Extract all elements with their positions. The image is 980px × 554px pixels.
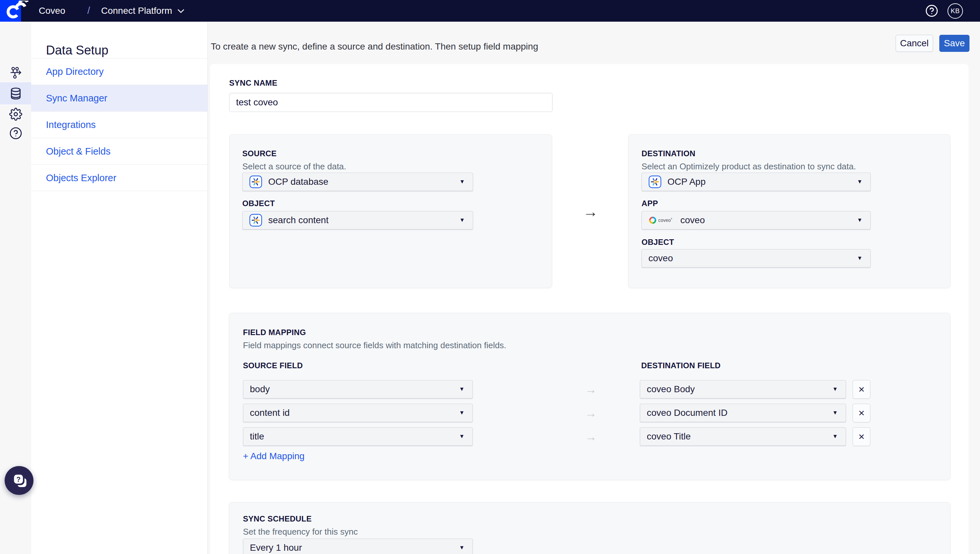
sync-name-label: SYNC NAME bbox=[229, 78, 277, 88]
add-mapping-link[interactable]: + Add Mapping bbox=[243, 451, 305, 462]
destination-description: Select an Optimizely product as destinat… bbox=[642, 161, 856, 172]
field-mapping-label: FIELD MAPPING bbox=[243, 328, 306, 337]
field-mapping-card: FIELD MAPPING Field mappings connect sou… bbox=[229, 313, 950, 480]
help-chat-fab[interactable]: ? bbox=[5, 466, 33, 495]
destination-app-select[interactable]: coveo˚ coveo ▼ bbox=[642, 211, 871, 229]
avatar[interactable]: KB bbox=[948, 3, 963, 19]
rail-item-settings[interactable] bbox=[0, 104, 31, 124]
mapping-row-1-destination-select[interactable]: coveo Body ▼ bbox=[640, 380, 846, 398]
optimizely-logo[interactable] bbox=[0, 0, 21, 22]
sync-form-panel: SYNC NAME SOURCE Select a source of the … bbox=[210, 64, 969, 554]
sync-frequency-select[interactable]: Every 1 hour ▼ bbox=[243, 538, 473, 554]
source-field-column-header: SOURCE FIELD bbox=[243, 361, 303, 370]
source-label: SOURCE bbox=[242, 149, 276, 158]
source-select[interactable]: OCP database ▼ bbox=[242, 173, 473, 191]
destination-object-select-value: coveo bbox=[649, 253, 673, 264]
chevron-down-icon: ▼ bbox=[459, 409, 465, 416]
sidebar-item-objects-explorer[interactable]: Objects Explorer bbox=[31, 164, 207, 191]
source-object-label: OBJECT bbox=[242, 199, 275, 208]
chevron-down-icon: ▼ bbox=[459, 433, 465, 440]
sync-frequency-select-value: Every 1 hour bbox=[250, 543, 302, 553]
mapping-row-2-destination-select[interactable]: coveo Document ID ▼ bbox=[640, 404, 846, 422]
destination-label: DESTINATION bbox=[642, 149, 695, 158]
breadcrumb-platform-label: Connect Platform bbox=[101, 6, 172, 16]
source-object-select-value: search content bbox=[268, 215, 329, 226]
destination-object-select[interactable]: coveo ▼ bbox=[642, 249, 871, 267]
breadcrumb-platform-menu[interactable]: Connect Platform bbox=[101, 0, 185, 22]
svg-text:?: ? bbox=[16, 476, 21, 484]
chevron-down-icon: ▼ bbox=[832, 433, 838, 440]
source-object-select[interactable]: search content ▼ bbox=[242, 211, 473, 229]
source-description: Select a source of the data. bbox=[242, 161, 346, 172]
destination-app-select-value: coveo bbox=[680, 215, 705, 226]
page-title: Data Setup bbox=[46, 43, 108, 57]
chevron-down-icon: ▼ bbox=[832, 409, 838, 416]
mapping-row-1-remove-button[interactable]: × bbox=[853, 380, 870, 399]
rail-item-flows[interactable] bbox=[0, 63, 31, 83]
chevron-down-icon: ▼ bbox=[459, 386, 465, 393]
field-mapping-description: Field mappings connect source fields wit… bbox=[243, 340, 506, 350]
mapping-row-3-remove-button[interactable]: × bbox=[853, 427, 870, 446]
sidebar-item-sync-manager[interactable]: Sync Manager bbox=[31, 85, 207, 111]
ocp-logo-icon bbox=[649, 175, 661, 188]
avatar-initials: KB bbox=[951, 7, 960, 15]
destination-product-select-value: OCP App bbox=[668, 177, 706, 187]
sidebar-item-app-directory[interactable]: App Directory bbox=[31, 58, 207, 85]
source-to-destination-arrow-icon: → bbox=[581, 202, 601, 221]
main-content: To create a new sync, define a source an… bbox=[208, 22, 980, 554]
flow-icon bbox=[9, 66, 23, 80]
mapping-row-1-source-select[interactable]: body ▼ bbox=[243, 380, 473, 398]
question-circle-icon bbox=[9, 127, 22, 140]
sidebar: Data Setup App Directory Sync Manager In… bbox=[31, 22, 208, 554]
chevron-down-icon bbox=[177, 9, 185, 13]
sidebar-item-object-fields[interactable]: Object & Fields bbox=[31, 138, 207, 164]
sync-schedule-label: SYNC SCHEDULE bbox=[243, 514, 312, 524]
chevron-down-icon: ▼ bbox=[459, 544, 465, 551]
rail-item-help[interactable] bbox=[0, 123, 31, 143]
destination-object-label: OBJECT bbox=[642, 237, 674, 247]
chevron-down-icon: ▼ bbox=[857, 255, 862, 261]
mapping-row-3-arrow-icon: → bbox=[581, 427, 601, 446]
chevron-down-icon: ▼ bbox=[459, 217, 465, 223]
coveo-logo-icon: coveo˚ bbox=[649, 216, 672, 224]
breadcrumb-brand[interactable]: Coveo bbox=[39, 0, 65, 22]
ocp-logo-icon bbox=[249, 175, 262, 188]
database-icon bbox=[9, 87, 23, 100]
sync-schedule-description: Set the frequency for this sync bbox=[243, 527, 358, 537]
destination-product-select[interactable]: OCP App ▼ bbox=[642, 173, 871, 191]
save-button[interactable]: Save bbox=[939, 35, 969, 52]
sidebar-nav: App Directory Sync Manager Integrations … bbox=[31, 58, 207, 191]
optimizely-logo-icon bbox=[3, 1, 29, 21]
mapping-row-3-source-select[interactable]: title ▼ bbox=[243, 427, 473, 446]
destination-field-column-header: DESTINATION FIELD bbox=[641, 361, 721, 370]
destination-app-label: APP bbox=[642, 199, 658, 208]
mapping-row-1-arrow-icon: → bbox=[581, 380, 601, 399]
sidebar-item-integrations[interactable]: Integrations bbox=[31, 111, 207, 138]
coveo-wordmark: coveo˚ bbox=[658, 218, 672, 223]
source-select-value: OCP database bbox=[268, 177, 328, 187]
chat-question-icon: ? bbox=[11, 472, 27, 489]
gear-icon bbox=[9, 108, 22, 121]
help-icon[interactable] bbox=[925, 4, 938, 18]
mapping-row-2-arrow-icon: → bbox=[581, 404, 601, 422]
mapping-row-3-destination-select[interactable]: coveo Title ▼ bbox=[640, 427, 846, 446]
chevron-down-icon: ▼ bbox=[459, 178, 465, 185]
chevron-down-icon: ▼ bbox=[857, 178, 862, 185]
cancel-button[interactable]: Cancel bbox=[896, 35, 933, 52]
top-bar: Coveo / Connect Platform KB bbox=[0, 0, 980, 22]
sync-name-input[interactable] bbox=[229, 93, 553, 112]
mapping-row-2-remove-button[interactable]: × bbox=[853, 404, 870, 422]
chevron-down-icon: ▼ bbox=[857, 217, 862, 223]
sync-schedule-card: SYNC SCHEDULE Set the frequency for this… bbox=[229, 502, 950, 554]
breadcrumb-separator: / bbox=[87, 0, 90, 22]
ocp-logo-icon bbox=[249, 214, 262, 227]
instruction-text: To create a new sync, define a source an… bbox=[211, 41, 538, 52]
source-card: SOURCE Select a source of the data. bbox=[229, 134, 552, 288]
mapping-row-2-source-select[interactable]: content id ▼ bbox=[243, 404, 473, 422]
chevron-down-icon: ▼ bbox=[832, 386, 838, 393]
destination-card: DESTINATION Select an Optimizely product… bbox=[628, 134, 950, 288]
sync-manager-page: Coveo / Connect Platform KB bbox=[0, 0, 980, 554]
rail-item-data-setup[interactable] bbox=[0, 83, 31, 104]
